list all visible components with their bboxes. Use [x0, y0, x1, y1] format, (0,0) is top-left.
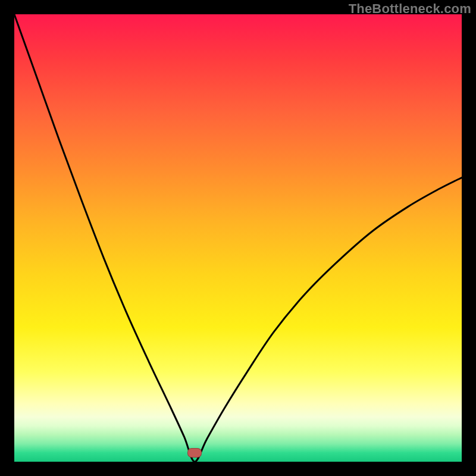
- optimal-point-marker: [187, 448, 202, 458]
- bottleneck-curve: [14, 14, 462, 462]
- watermark-text: TheBottleneck.com: [349, 1, 471, 17]
- plot-area: [14, 14, 462, 462]
- chart-frame: TheBottleneck.com: [0, 0, 476, 476]
